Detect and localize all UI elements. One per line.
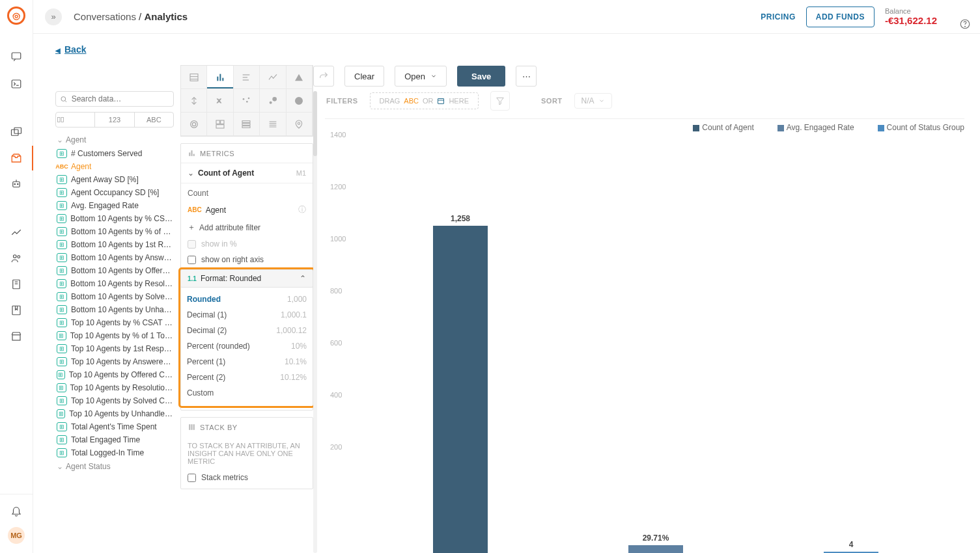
catalogue-item[interactable]: ⊞Top 10 Agents by Unhandle… [55,407,174,420]
chart-type-option[interactable] [260,89,286,113]
brand-logo[interactable]: ◎ [7,7,25,25]
catalogue-item-label: Top 10 Agents by Solved C… [71,396,173,405]
catalogue-item[interactable]: ⊞Bottom 10 Agents by Unha… [55,303,174,316]
chart-type-option[interactable] [287,113,313,136]
legend-item[interactable]: Count of Agent [681,123,753,132]
catalogue-item-label: Top 10 Agents by Resolutio… [70,383,173,392]
catalogue-item[interactable]: ⊞Total Agent's Time Spent [55,420,174,433]
help-icon[interactable] [959,18,971,30]
catalogue-item[interactable]: ⊞Top 10 Agents by Solved C… [55,394,174,407]
store-icon[interactable] [9,329,23,344]
breadcrumb-2: Analytics [144,11,188,22]
inbox-icon[interactable] [9,151,23,165]
metric-row[interactable]: ⌄ Count of Agent M1 [181,163,313,183]
bookmark-icon[interactable] [9,303,23,317]
catalogue-group-header[interactable]: Agent [55,133,174,147]
cards-icon[interactable] [9,125,23,139]
catalogue-list[interactable]: Agent⊞# Customers ServedABCAgent⊞Agent A… [55,133,174,553]
dataset-icon: ⊞ [57,422,67,431]
tab-abc[interactable]: ABC [134,113,173,127]
catalogue-item[interactable]: ⊞Bottom 10 Agents by Resol… [55,277,174,290]
chart-type-option[interactable] [207,66,233,89]
format-name: Decimal (1) [187,310,227,319]
format-option[interactable]: Decimal (2)1,000.12 [187,323,307,338]
metric-name: Count of Agent [198,169,254,178]
catalogue-item[interactable]: ⊞Total Logged-In Time [55,446,174,459]
format-name: Rounded [187,295,221,304]
catalogue-item[interactable]: ⊞Top 10 Agents by Answere… [55,355,174,368]
trend-icon[interactable] [9,225,23,239]
chart-type-option[interactable] [260,113,286,136]
svg-rect-4 [14,128,21,133]
filters-dropzone[interactable]: DRAG ABC OR HERE [370,92,479,109]
dataset-icon: ⊞ [57,409,65,418]
help-icon[interactable]: ⓘ [298,204,306,215]
add-attribute-filter[interactable]: ＋Add attribute filter [188,222,306,233]
bot-icon[interactable] [9,177,23,191]
catalogue-item[interactable]: ⊞Agent Occupancy SD [%] [55,186,174,199]
catalogue-item[interactable]: ⊞Top 10 Agents by Offered C… [55,368,174,381]
format-option[interactable]: Custom [187,385,307,401]
add-funds-button[interactable]: ADD FUNDS [806,7,875,27]
catalogue-item[interactable]: ⊞# Customers Served [55,147,174,160]
sort-select[interactable]: N/A [574,93,612,109]
catalogue-item[interactable]: ⊞Bottom 10 Agents by Solve… [55,290,174,303]
catalogue-item[interactable]: ⊞Bottom 10 Agents by % of … [55,225,174,238]
chart-type-option[interactable] [181,89,207,113]
show-on-right-axis-checkbox[interactable]: show on right axis [188,255,306,264]
chart-type-option[interactable]: X [207,89,233,113]
tab-all-icon[interactable] [56,113,94,127]
avatar[interactable]: MG [8,527,25,544]
catalogue-item[interactable]: ⊞Bottom 10 Agents by Offer… [55,264,174,277]
show-in-percent-checkbox[interactable]: show in % [188,239,306,249]
book-icon[interactable] [9,277,23,291]
tab-numbers[interactable]: 123 [94,113,133,127]
format-option[interactable]: Rounded1,000 [187,291,307,307]
chart-type-option[interactable] [287,66,313,89]
chat-icon[interactable] [9,49,23,64]
svg-text:X: X [217,98,221,104]
abc-icon: ABC [57,162,67,171]
catalogue-item[interactable]: ⊞Bottom 10 Agents by 1st R… [55,238,174,251]
format-selector[interactable]: 1.1 Format: Rounded ⌃ [180,269,313,288]
format-option[interactable]: Percent (rounded)10% [187,338,307,354]
chart-type-option[interactable] [181,113,207,136]
legend-item[interactable]: Avg. Engaged Rate [766,123,854,132]
catalogue-item[interactable]: ⊞Avg. Engaged Rate [55,199,174,212]
bar-label: 4 [849,540,854,549]
format-option[interactable]: Percent (1)10.1% [187,354,307,370]
catalogue-item[interactable]: ⊞Top 10 Agents by % CSAT … [55,316,174,329]
catalogue-item[interactable]: ⊞Total Engaged Time [55,433,174,446]
stack-metrics-checkbox[interactable]: Stack metrics [181,470,313,489]
pricing-link[interactable]: PRICING [761,12,796,21]
terminal-icon[interactable] [9,77,23,91]
format-option[interactable]: Decimal (1)1,000.1 [187,307,307,323]
catalogue-item[interactable]: ⊞Top 10 Agents by Resolutio… [55,381,174,394]
filter-button[interactable] [490,91,510,111]
legend-item[interactable]: Count of Status Group [866,123,964,132]
search-input[interactable] [72,94,169,103]
bar [433,226,488,553]
back-link[interactable]: Back [55,44,86,55]
catalogue-item-label: Top 10 Agents by Offered C… [69,370,173,379]
format-option[interactable]: Percent (2)10.12% [187,370,307,385]
expand-rail-button[interactable]: » [45,8,62,25]
catalogue-item[interactable]: ⊞Top 10 Agents by 1st Resp… [55,342,174,355]
catalogue-item[interactable]: ABCAgent [55,160,174,173]
chart-type-option[interactable] [234,89,260,113]
chart-type-option[interactable] [181,66,207,89]
catalogue-item[interactable]: ⊞Bottom 10 Agents by % CS… [55,212,174,225]
chart-type-option[interactable] [260,66,286,89]
catalogue-item[interactable]: ⊞Top 10 Agents by % of 1 To… [55,329,174,342]
chart-type-option[interactable] [207,113,233,136]
bell-icon[interactable] [9,504,23,518]
chart-type-option[interactable] [234,66,260,89]
catalogue-group-header[interactable]: Agent Status [55,459,174,474]
y-tick: 1400 [330,131,346,139]
chart-type-option[interactable] [287,89,313,113]
catalogue-item[interactable]: ⊞Bottom 10 Agents by Answ… [55,251,174,264]
chart-type-option[interactable] [234,113,260,136]
attribute-chip[interactable]: ABC Agent ⓘ [188,204,306,215]
catalogue-item[interactable]: ⊞Agent Away SD [%] [55,173,174,186]
people-icon[interactable] [9,251,23,265]
